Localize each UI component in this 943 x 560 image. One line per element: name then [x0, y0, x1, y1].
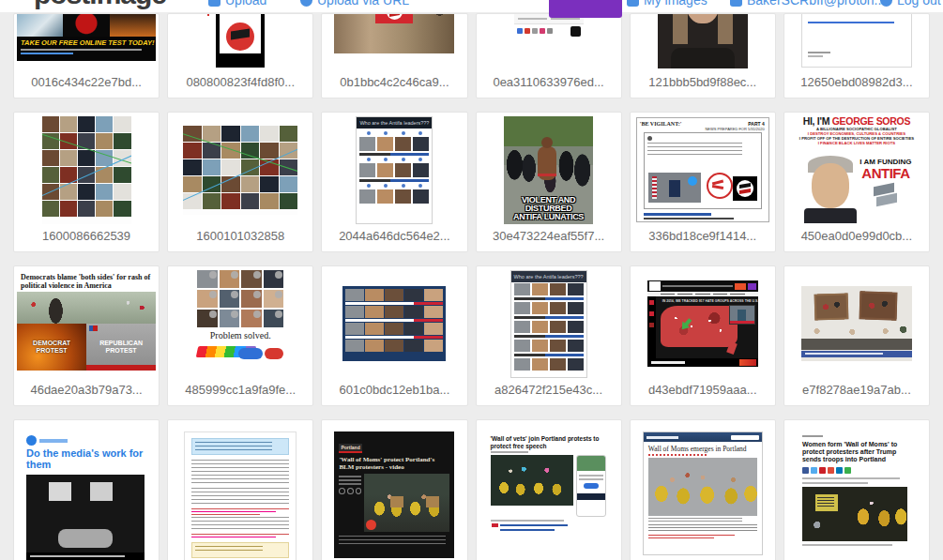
thumbnail-wall-of-moms-news-page: Wall of Moms emerges in Portland — [643, 431, 763, 555]
thumbnail-hearing-photo — [801, 286, 912, 361]
yellow-shirt-crowd-photo — [648, 458, 757, 516]
reddit-icon — [828, 467, 834, 474]
section-label: Portland — [339, 444, 361, 453]
share-icon — [347, 488, 354, 494]
image-card-4859[interactable]: Problem solved. 485999cc1a9fa9fe... — [167, 265, 313, 406]
image-filename: 46dae20a3b79a73... — [30, 383, 142, 398]
image-filename: 450ea0d0e99d0cb... — [801, 229, 913, 244]
image-grid: TAKE OUR FREE ONLINE TEST TODAY! 0016c43… — [13, 13, 930, 560]
image-card-121b[interactable]: 121bbb5bd9f88ec... — [630, 13, 776, 98]
antifa-flag-logo — [226, 23, 254, 51]
link-icon — [300, 0, 312, 7]
article-headline: 'Wall of vets' join Portland protests to… — [491, 435, 607, 449]
upload-via-url-label: Upload via URL — [317, 0, 409, 8]
image-card-0ea3[interactable]: 0ea3110633976ed... — [476, 13, 622, 98]
image-card-30e4[interactable]: VIOLENT AND DISTURBEDANTIFA LUNATICS 30e… — [476, 112, 622, 252]
image-card-450e[interactable]: HI, I'M GEORGE SOROS A BILLIONAIRE SOCIO… — [783, 112, 930, 252]
meme-title-name: GEORGE SOROS — [832, 116, 910, 127]
red-cross-icon — [205, 13, 211, 16]
image-card-0b1b[interactable]: 0b1bbc4c2c46ca9... — [321, 13, 467, 98]
twitter-icon — [811, 467, 817, 474]
blue-pill — [238, 348, 263, 359]
upload-label: Upload — [225, 0, 266, 8]
image-card-e7f8[interactable]: e7f8278ae19a7ab... — [783, 265, 930, 406]
us-hate-map — [661, 306, 738, 347]
share-icon — [356, 488, 362, 494]
postimage-logo[interactable]: postimage — [34, 0, 166, 10]
thumbnail-wall-of-moms-video-page: Portland 'Wall of Moms' protect Portland… — [334, 431, 454, 558]
ad-button — [584, 483, 599, 489]
thumbnail-group-photo-post — [514, 13, 584, 68]
account-link[interactable]: BakerSCRbII@proton... — [730, 0, 885, 8]
my-images-link[interactable]: My images — [627, 0, 707, 8]
image-card-a826[interactable]: Who are the Antifa leaders??? a826472f21… — [476, 265, 622, 406]
image-card-row4-4[interactable]: 'Wall of vets' join Portland protests to… — [476, 419, 622, 560]
image-filename: e7f8278ae19a7ab... — [802, 383, 911, 398]
image-filename: 485999cc1a9fa9fe... — [185, 383, 296, 398]
meme-text-line2: ANTIFA LUNATICS — [513, 212, 584, 221]
image-card-row4-3[interactable]: Portland 'Wall of Moms' protect Portland… — [321, 419, 467, 560]
upload-via-url-link[interactable]: Upload via URL — [300, 0, 409, 8]
article-title: Do the media's work for them — [26, 447, 146, 470]
image-filename: 12650ebd08982d3... — [800, 75, 912, 90]
image-card-0808[interactable]: 080800823f4fd8f0... — [167, 13, 313, 98]
image-filename: 30e473224eaf55f7... — [493, 229, 604, 244]
red-pill — [265, 348, 283, 359]
page-title: Who are the Antifa leaders??? — [357, 117, 432, 129]
image-filename: 0016c434c22e7bd... — [31, 75, 142, 90]
share-icon — [339, 488, 345, 494]
image-filename: 2044a646dc564e2... — [339, 229, 450, 244]
gallery-page: TAKE OUR FREE ONLINE TEST TODAY! 0016c43… — [0, 0, 943, 560]
image-card-2044[interactable]: Who are the Antifa leaders??? 2044a646dc… — [321, 112, 467, 252]
article-headline: Women form 'Wall of Moms' to protect pro… — [802, 441, 911, 463]
image-card-0016[interactable]: TAKE OUR FREE ONLINE TEST TODAY! 0016c43… — [13, 13, 160, 98]
my-images-label: My images — [644, 0, 707, 8]
map-headline: IN 2016, WE TRACKED 917 HATE GROUPS ACRO… — [662, 299, 758, 303]
image-card-row4-6[interactable]: Women form 'Wall of Moms' to protect pro… — [783, 419, 930, 560]
image-card-601c[interactable]: 601c0bdc12eb1ba... — [321, 265, 467, 406]
thumbnail-be-vigilant-sheet: 'BE VIGILANT:' PART 4NEWS PREPARED FOR 5… — [636, 117, 769, 222]
pinterest-icon — [819, 467, 826, 474]
image-filename: 601c0bdc12eb1ba... — [340, 383, 450, 398]
page: { "header": { "logo": "postimage", "uplo… — [0, 0, 943, 560]
image-card-row4-5[interactable]: Wall of Moms emerges in Portland — [630, 419, 776, 560]
red-circle-logo — [707, 173, 733, 199]
image-card-1600086662539[interactable]: 1600086662539 — [13, 112, 160, 252]
splc-logo — [649, 281, 661, 291]
meme-text-line1: VIOLENT AND DISTURBED — [522, 195, 575, 213]
thumbnail-soros-meme: HI, I'M GEORGE SOROS A BILLIONAIRE SOCIO… — [797, 116, 917, 224]
logout-link[interactable]: Log out — [880, 0, 941, 8]
photo-collage — [183, 126, 297, 215]
photo-collage — [42, 116, 131, 224]
image-filename: 080800823f4fd8f0... — [186, 75, 295, 90]
upload-icon — [208, 0, 221, 7]
upload-link[interactable]: Upload — [208, 0, 266, 8]
sheet-prepared: NEWS PREPARED FOR 5/31/2020 — [705, 127, 764, 131]
app-icon — [570, 26, 581, 37]
image-card-row4-2[interactable] — [167, 419, 313, 560]
thumbnail-problem-solved-meme: Problem solved. — [196, 270, 285, 378]
night-protest-photo — [802, 487, 907, 541]
image-card-1600101032858[interactable]: 1600101032858 — [167, 112, 313, 252]
thumbnail-antifa-leaders-page: Who are the Antifa leaders??? — [356, 116, 433, 224]
thumbnail-online-test-banner: TAKE OUR FREE ONLINE TEST TODAY! — [17, 13, 156, 61]
my-images-icon — [627, 0, 639, 7]
thumbnail-antifa-leaders-page: Who are the Antifa leaders??? — [510, 270, 587, 378]
image-card-1265[interactable]: Bain and BlackRock expand their Asia pri… — [783, 13, 930, 98]
thumbnail-mugshot-grid — [342, 286, 446, 361]
thumbnail-protest-meme: VIOLENT AND DISTURBEDANTIFA LUNATICS — [504, 116, 593, 224]
image-card-d43e[interactable]: IN 2016, WE TRACKED 917 HATE GROUPS ACRO… — [630, 265, 776, 406]
image-card-46da[interactable]: Democrats blame 'both sides' for rash of… — [13, 265, 160, 406]
user-email-icon — [730, 0, 742, 7]
sidebar-ad-card — [576, 455, 606, 517]
premium-button[interactable]: Premium — [549, 0, 622, 18]
protest-sign — [815, 494, 838, 511]
linkedin-icon — [836, 467, 843, 474]
whatsapp-icon — [844, 467, 851, 474]
meme-line: I DESTROY ECONOMIES, CULTURES & COUNTRIE… — [797, 131, 917, 136]
video-inset — [729, 305, 755, 325]
image-card-336b[interactable]: 'BE VIGILANT:' PART 4NEWS PREPARED FOR 5… — [630, 112, 776, 252]
image-card-row4-1[interactable]: Do the media's work for them — [13, 419, 160, 560]
article-headline: Democrats blame 'both sides' for rash of… — [17, 271, 156, 292]
thumbnail-media-work-article: Do the media's work for them — [17, 431, 156, 560]
